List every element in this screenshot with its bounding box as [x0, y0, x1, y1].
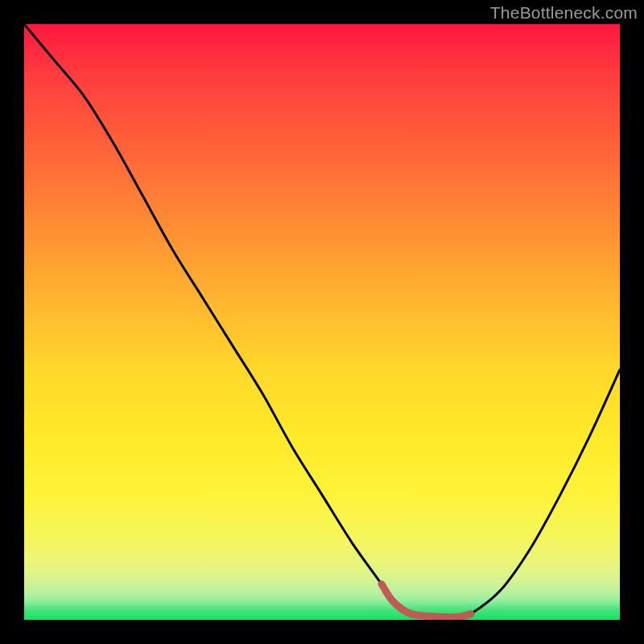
curve-group	[24, 24, 620, 617]
watermark-text: TheBottleneck.com	[490, 3, 638, 23]
accent-segment	[382, 584, 471, 617]
chart-plot-area	[24, 24, 620, 620]
chart-svg	[24, 24, 620, 620]
chart-frame: TheBottleneck.com	[0, 0, 644, 644]
bottleneck-curve	[24, 24, 620, 617]
